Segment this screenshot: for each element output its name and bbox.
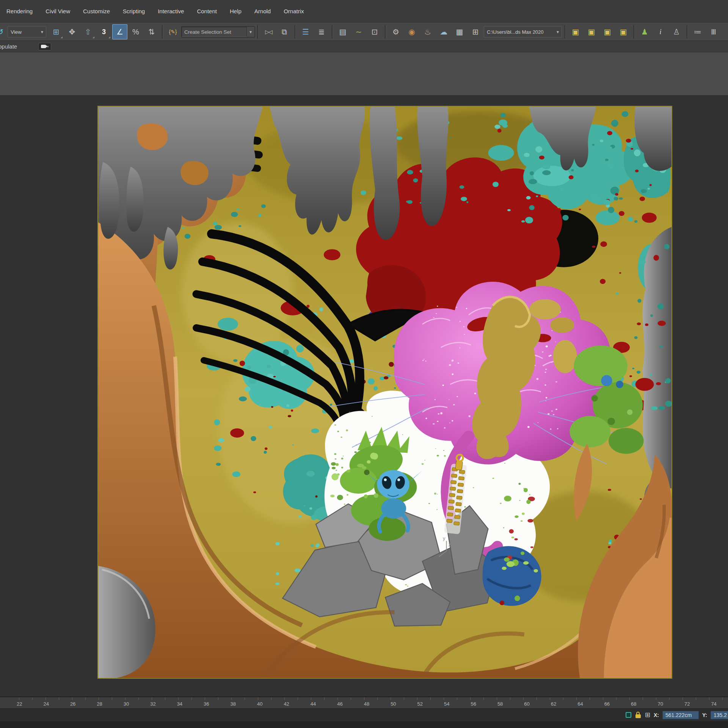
render-in-cloud-icon[interactable]: ☁ [436,24,451,39]
populate-people-icon[interactable]: ♟ [637,24,652,39]
project-folder-dropdown[interactable]: C:\Users\bl...ds Max 2020 ▼ [484,26,562,38]
frame-number: 32 [150,701,155,707]
menu-item[interactable]: Customize [77,0,116,23]
x-coordinate-label: X: [654,712,659,718]
svg-text:z: z [448,542,451,548]
selection-lock-toggle[interactable] [635,712,642,718]
svg-text:y: y [443,535,446,541]
rendered-frame-window-icon[interactable]: ▦ [452,24,467,39]
populate-row: opulate ▾ [0,41,728,52]
parameter-collector-icon[interactable]: ≔ [690,24,705,39]
toggle-scene-explorer-icon[interactable]: ☰ [298,24,313,39]
isolate-selection-toggle[interactable] [626,712,631,718]
viewport[interactable]: y z [97,106,672,679]
workspace-window-icon-4[interactable]: ▣ [616,24,631,39]
reference-coordinate-dropdown[interactable]: View ▼ [8,26,46,38]
bottom-fill [0,721,728,728]
frame-number: 50 [391,701,396,707]
frame-number: 48 [364,701,369,707]
render-setup-icon[interactable]: ⚙ [388,24,403,39]
frame-number: 52 [417,701,423,707]
workspace-window-icon-2[interactable]: ▣ [584,24,599,39]
edit-named-selection-sets-icon[interactable]: {✎} [165,24,180,39]
select-and-manipulate-icon[interactable]: ✥ [64,24,80,39]
reference-coordinate-value: View [8,29,24,35]
frame-number: 58 [497,701,503,707]
lock-icon [635,714,641,718]
menu-item[interactable]: Civil View [39,0,77,23]
x-coordinate-field[interactable]: 561.222cm [662,711,699,719]
menu-item[interactable]: Scripting [116,0,151,23]
mirror-icon[interactable]: ▷◁ [261,24,276,39]
toolbar-separator [332,25,333,39]
frame-number: 26 [70,701,75,707]
toolbar-separator [687,25,687,39]
channel-info-icon[interactable]: Ⅲ [706,24,721,39]
frame-number: 22 [17,701,22,707]
main-toolbar: ↺ View ▼ ⊞ ✥ ⇧ 3 ∠ % ⇅ {✎} ▼ ▷◁ ⧉ ☰ ≣ ▤ … [0,23,728,41]
frame-number: 68 [631,701,636,707]
angle-snap-toggle-icon[interactable]: ∠ [112,24,127,39]
menu-item[interactable]: Arnold [248,0,277,23]
menu-item[interactable]: Ornatrix [277,0,310,23]
camera-icon [41,45,46,48]
frame-number: 60 [524,701,529,707]
frame-number: 46 [337,701,342,707]
frame-number: 56 [471,701,476,707]
frame-number: 28 [97,701,102,707]
frame-number: 72 [684,701,690,707]
transform-type-in-toggle[interactable]: ⊞ [645,711,650,719]
toolbar-separator [385,25,386,39]
frame-number: 62 [551,701,556,707]
chevron-down-icon: ▼ [554,30,562,34]
percent-snap-toggle-icon[interactable]: % [128,24,143,39]
toggle-layer-explorer-icon[interactable]: ≣ [314,24,329,39]
schematic-view-icon[interactable]: ⊡ [367,24,382,39]
populate-camera-button[interactable]: ▾ [38,43,51,50]
toolbar-separator [295,25,295,39]
workspace-window-icon-3[interactable]: ▣ [600,24,615,39]
frame-number: 66 [604,701,610,707]
coordinate-display: ⊞ X: 561.222cm Y: 135.2 [626,709,728,721]
select-and-place-icon[interactable]: ⇧ [80,24,96,39]
material-editor-icon[interactable]: ◉ [404,24,419,39]
frame-number: 24 [43,701,49,707]
curve-editor-icon[interactable]: ∼ [351,24,366,39]
undo-icon[interactable]: ↺ [0,24,5,39]
snaps-toggle-icon[interactable]: 3 [96,24,111,39]
frame-number: 42 [284,701,289,707]
project-folder-value: C:\Users\bl...ds Max 2020 [484,29,546,35]
render-production-icon[interactable]: ♨ [420,24,435,39]
menu-item[interactable]: Help [223,0,248,23]
frame-number: 36 [204,701,209,707]
frame-number: 74 [711,701,716,707]
crowd-icon[interactable]: ♙ [669,24,684,39]
use-pivot-point-center-icon[interactable]: ⊞ [49,24,64,39]
populate-label: opulate [0,43,17,50]
toolbar-separator [257,25,258,39]
y-coordinate-field[interactable]: 135.2 [711,711,728,719]
viewport-zone: y z [0,96,728,696]
workarea: y z [0,52,728,696]
frame-number: 64 [577,701,583,707]
state-sets-icon[interactable]: ⊞ [468,24,483,39]
y-coordinate-label: Y: [702,712,707,718]
track-bar[interactable]: 2224262830323436384042444648505254565860… [0,696,728,708]
info-icon[interactable]: i [653,24,668,39]
workspace-window-icon-1[interactable]: ▣ [568,24,583,39]
align-icon[interactable]: ⧉ [277,24,292,39]
create-selection-set-input[interactable] [182,27,247,37]
toggle-ribbon-icon[interactable]: ▤ [335,24,350,39]
menu-item[interactable]: Content [190,0,223,23]
menu-item[interactable]: Rendering [0,0,39,23]
frame-number: 54 [444,701,449,707]
lock-icon [636,712,640,714]
viewport-margin [0,52,728,96]
frame-number: 70 [658,701,663,707]
frame-number: 34 [177,701,182,707]
toolbar-separator [565,25,565,39]
chevron-down-icon[interactable]: ▼ [247,27,254,37]
create-selection-set-combo[interactable]: ▼ [181,26,255,38]
menu-item[interactable]: Interactive [151,0,190,23]
spinner-snap-toggle-icon[interactable]: ⇅ [144,24,159,39]
